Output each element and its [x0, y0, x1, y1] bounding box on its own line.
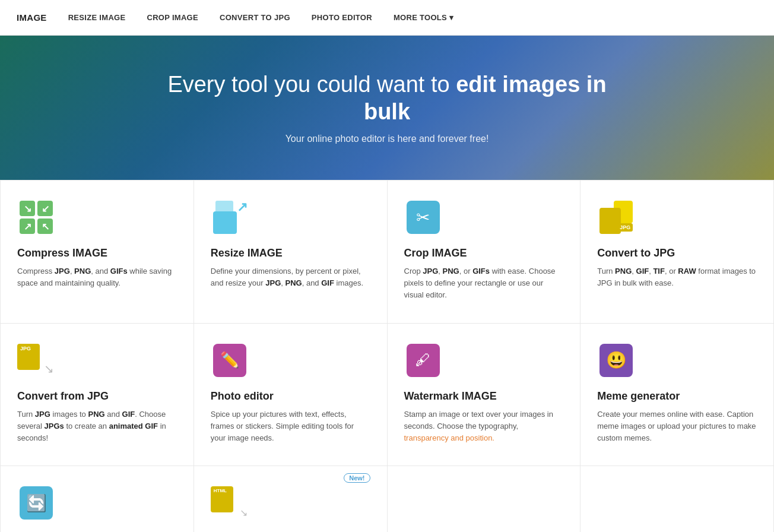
compress-icon: ↘ ↙ ↗ ↖ [17, 198, 55, 236]
new-badge: New! [344, 473, 370, 483]
meme-icon: 😃 [597, 341, 635, 379]
rotate-icon: 🔄 [17, 484, 55, 522]
tool-resize[interactable]: ↗ Resize IMAGE Define your dimensions, b… [194, 180, 388, 323]
tool-watermark[interactable]: 🖋 Watermark IMAGE Stamp an image or text… [388, 324, 581, 466]
nav-more[interactable]: MORE TOOLS ▾ [383, 0, 464, 36]
resize-icon: ↗ [211, 198, 249, 236]
tool-crop[interactable]: ✂ Crop IMAGE Crop JPG, PNG, or GIFs with… [388, 180, 581, 323]
convert-to-jpg-desc: Turn PNG, GIF, TIF, or RAW format images… [597, 265, 757, 289]
tool-convert-from-jpg[interactable]: JPG ↘ Convert from JPG Turn JPG images t… [1, 324, 194, 466]
nav-crop[interactable]: CROP IMAGE [136, 0, 209, 36]
compress-title: Compress IMAGE [17, 247, 177, 259]
hero-title: Every tool you could want to edit images… [150, 71, 624, 125]
tools-section: ↘ ↙ ↗ ↖ Compress IMAGE Compress JPG, PNG… [0, 180, 774, 532]
crop-title: Crop IMAGE [404, 247, 564, 259]
tool-html-to-image[interactable]: New! HTML ↘ HTML to IMAGE Convert webpag… [194, 466, 388, 532]
compress-desc: Compress JPG, PNG, and GIFs while saving… [17, 265, 177, 289]
convert-from-jpg-title: Convert from JPG [17, 390, 177, 403]
convert-from-jpg-icon: JPG ↘ [17, 341, 55, 379]
resize-desc: Define your dimensions, by percent or pi… [211, 265, 370, 289]
crop-desc: Crop JPG, PNG, or GIFs with ease. Choose… [404, 265, 564, 301]
convert-from-jpg-desc: Turn JPG images to PNG and GIF. Choose s… [17, 408, 177, 444]
watermark-icon: 🖋 [404, 341, 442, 379]
meme-desc: Create your memes online with ease. Capt… [597, 408, 757, 444]
nav-photo[interactable]: PHOTO EDITOR [301, 0, 383, 36]
tool-photo-editor[interactable]: ✏️ Photo editor Spice up your pictures w… [194, 324, 388, 466]
html-to-image-icon: HTML ↘ [211, 484, 249, 522]
watermark-desc: Stamp an image or text over your images … [404, 408, 564, 444]
tool-empty-2 [580, 466, 774, 532]
tool-meme[interactable]: 😃 Meme generator Create your memes onlin… [580, 324, 774, 466]
photo-editor-icon: ✏️ [211, 341, 249, 379]
tools-grid: ↘ ↙ ↗ ↖ Compress IMAGE Compress JPG, PNG… [0, 180, 774, 532]
meme-title: Meme generator [597, 390, 757, 403]
nav-resize[interactable]: RESIZE IMAGE [58, 0, 137, 36]
nav-logo[interactable]: IMAGE [6, 0, 58, 36]
nav-convert[interactable]: CONVERT TO JPG [209, 0, 301, 36]
hero-subtitle: Your online photo editor is here and for… [286, 134, 489, 144]
tool-empty-1 [388, 466, 581, 532]
convert-to-jpg-title: Convert to JPG [597, 247, 757, 259]
tool-compress[interactable]: ↘ ↙ ↗ ↖ Compress IMAGE Compress JPG, PNG… [1, 180, 194, 323]
photo-editor-title: Photo editor [211, 390, 370, 403]
tool-convert-to-jpg[interactable]: JPG ↙ Convert to JPG Turn PNG, GIF, TIF,… [580, 180, 774, 323]
convert-to-jpg-icon: JPG ↙ [597, 198, 635, 236]
watermark-title: Watermark IMAGE [404, 390, 564, 403]
resize-title: Resize IMAGE [211, 247, 370, 259]
crop-icon: ✂ [404, 198, 442, 236]
photo-editor-desc: Spice up your pictures with text, effect… [211, 408, 370, 444]
navbar: IMAGE RESIZE IMAGE CROP IMAGE CONVERT TO… [0, 0, 774, 36]
hero-section: Every tool you could want to edit images… [0, 36, 774, 180]
tool-rotate[interactable]: 🔄 Rotate IMAGE Rotate many images JPG, P… [1, 466, 194, 532]
